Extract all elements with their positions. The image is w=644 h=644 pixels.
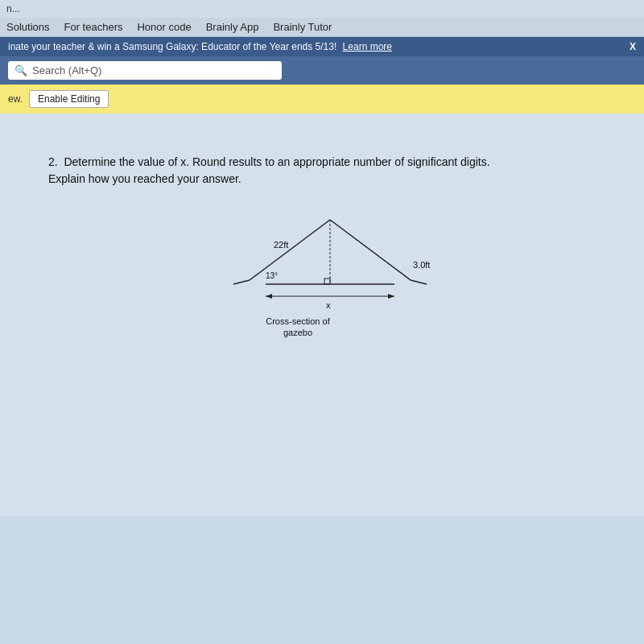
enable-editing-button[interactable]: Enable Editing <box>29 90 109 108</box>
search-input-placeholder: Search (Alt+Q) <box>32 64 101 76</box>
nav-solutions[interactable]: Solutions <box>6 21 49 33</box>
question-body: Determine the value of x. Round results … <box>48 155 490 185</box>
promo-bar: inate your teacher & win a Samsung Galax… <box>0 37 644 56</box>
promo-close-button[interactable]: X <box>630 41 636 52</box>
question-number: 2. <box>48 155 58 168</box>
svg-marker-8 <box>266 294 272 299</box>
diagram-container: 22ft 13° 3.0ft x Cross-section of gazebo <box>48 204 612 349</box>
svg-line-3 <box>411 280 427 284</box>
nav-brainly-tutor[interactable]: Brainly Tutor <box>273 21 332 33</box>
document-area: 2. Determine the value of x. Round resul… <box>0 114 644 516</box>
gazebo-diagram: 22ft 13° 3.0ft x Cross-section of gazebo <box>201 204 459 349</box>
svg-marker-9 <box>388 294 394 299</box>
learn-more-link[interactable]: Learn more <box>343 41 392 52</box>
svg-line-0 <box>250 220 330 280</box>
svg-line-1 <box>330 220 411 280</box>
svg-text:gazebo: gazebo <box>283 328 312 337</box>
svg-text:3.0ft: 3.0ft <box>413 260 430 270</box>
enable-editing-bar: ew. Enable Editing <box>0 85 644 114</box>
svg-rect-6 <box>324 279 330 284</box>
editing-prefix: ew. <box>8 93 23 105</box>
search-bar-area: 🔍 Search (Alt+Q) <box>0 56 644 85</box>
svg-text:x: x <box>326 300 331 310</box>
nav-bar: Solutions For teachers Honor code Brainl… <box>0 18 644 37</box>
question-text: 2. Determine the value of x. Round resul… <box>48 154 515 188</box>
svg-text:13°: 13° <box>266 271 278 280</box>
nav-honor-code[interactable]: Honor code <box>137 21 191 33</box>
svg-text:Cross-section of: Cross-section of <box>266 316 330 326</box>
top-bar-text: n... <box>6 3 20 14</box>
nav-for-teachers[interactable]: For teachers <box>64 21 122 33</box>
top-bar: n... <box>0 0 644 18</box>
search-icon: 🔍 <box>14 64 27 76</box>
svg-line-2 <box>233 280 250 284</box>
search-box[interactable]: 🔍 Search (Alt+Q) <box>8 61 282 80</box>
nav-brainly-app[interactable]: Brainly App <box>206 21 259 33</box>
question-block: 2. Determine the value of x. Round resul… <box>48 154 612 188</box>
svg-text:22ft: 22ft <box>274 240 288 250</box>
promo-text: inate your teacher & win a Samsung Galax… <box>8 41 392 52</box>
